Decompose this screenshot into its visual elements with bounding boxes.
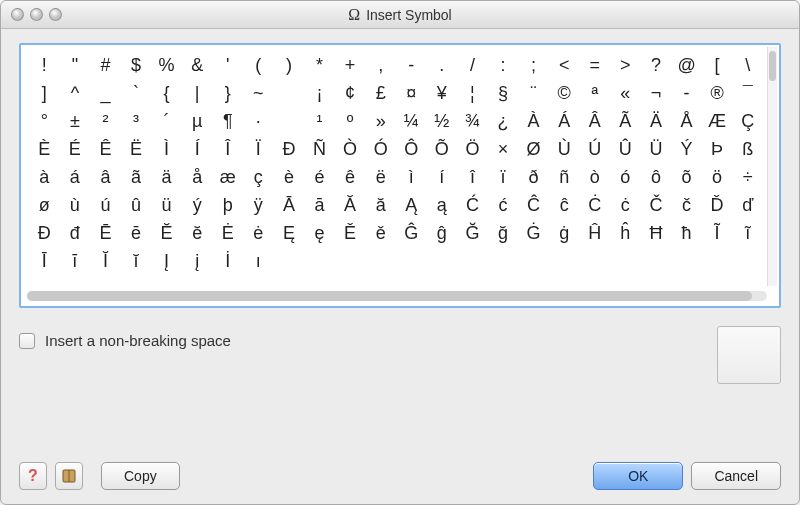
symbol-cell[interactable]: ² xyxy=(90,107,121,135)
symbol-cell[interactable]: Ć xyxy=(457,191,488,219)
symbol-cell[interactable]: # xyxy=(90,51,121,79)
symbol-cell[interactable]: ĩ xyxy=(732,219,763,247)
symbol-cell[interactable]: + xyxy=(335,51,366,79)
symbol-cell[interactable]: & xyxy=(182,51,213,79)
symbol-cell[interactable]: ; xyxy=(518,51,549,79)
symbol-cell[interactable]: [ xyxy=(702,51,733,79)
symbol-cell[interactable]: ³ xyxy=(121,107,152,135)
symbol-cell[interactable]: á xyxy=(60,163,91,191)
zoom-window-button[interactable] xyxy=(49,8,62,21)
symbol-cell[interactable] xyxy=(274,79,305,107)
symbol-cell[interactable]: Ĩ xyxy=(702,219,733,247)
symbol-cell[interactable]: ½ xyxy=(427,107,458,135)
nbsp-option[interactable]: Insert a non-breaking space xyxy=(19,332,707,349)
symbol-cell[interactable]: Û xyxy=(610,135,641,163)
symbol-cell[interactable]: ą xyxy=(427,191,458,219)
symbol-cell[interactable]: Ã xyxy=(610,107,641,135)
symbol-cell[interactable]: ¿ xyxy=(488,107,519,135)
symbol-cell[interactable]: « xyxy=(610,79,641,107)
symbol-cell[interactable]: ë xyxy=(365,163,396,191)
symbol-cell[interactable]: Ċ xyxy=(580,191,611,219)
symbol-cell[interactable]: Ê xyxy=(90,135,121,163)
symbol-cell[interactable]: . xyxy=(427,51,458,79)
symbol-cell[interactable]: ç xyxy=(243,163,274,191)
symbol-cell[interactable]: ã xyxy=(121,163,152,191)
symbol-cell[interactable]: Ò xyxy=(335,135,366,163)
cancel-button[interactable]: Cancel xyxy=(691,462,781,490)
symbol-cell[interactable]: ö xyxy=(702,163,733,191)
symbol-cell[interactable]: * xyxy=(304,51,335,79)
symbol-cell[interactable]: ¾ xyxy=(457,107,488,135)
symbol-cell[interactable]: , xyxy=(365,51,396,79)
symbol-cell[interactable]: Ú xyxy=(580,135,611,163)
symbol-cell[interactable]: - xyxy=(396,51,427,79)
symbol-cell[interactable]: Ï xyxy=(243,135,274,163)
symbol-cell[interactable]: ì xyxy=(396,163,427,191)
symbol-cell[interactable]: ) xyxy=(274,51,305,79)
symbol-cell[interactable]: ® xyxy=(702,79,733,107)
symbol-cell[interactable]: ¨ xyxy=(518,79,549,107)
symbol-cell[interactable]: ě xyxy=(365,219,396,247)
symbol-cell[interactable]: ¶ xyxy=(213,107,244,135)
symbol-cell[interactable]: Ę xyxy=(274,219,305,247)
symbol-cell[interactable]: ú xyxy=(90,191,121,219)
symbol-cell[interactable]: ă xyxy=(365,191,396,219)
symbol-cell[interactable]: ¥ xyxy=(427,79,458,107)
symbol-cell[interactable]: / xyxy=(457,51,488,79)
horizontal-scrollbar[interactable] xyxy=(27,291,767,301)
symbol-cell[interactable]: Ą xyxy=(396,191,427,219)
symbol-cell[interactable]: þ xyxy=(213,191,244,219)
symbol-cell[interactable]: Æ xyxy=(702,107,733,135)
symbol-cell[interactable]: Ğ xyxy=(457,219,488,247)
symbol-cell[interactable]: ð xyxy=(518,163,549,191)
symbol-cell[interactable]: ^ xyxy=(60,79,91,107)
symbol-cell[interactable]: ´ xyxy=(151,107,182,135)
symbol-cell[interactable]: = xyxy=(580,51,611,79)
symbol-cell[interactable]: ñ xyxy=(549,163,580,191)
reference-button[interactable] xyxy=(55,462,83,490)
copy-button[interactable]: Copy xyxy=(101,462,180,490)
close-window-button[interactable] xyxy=(11,8,24,21)
symbol-cell[interactable]: Į xyxy=(151,247,182,275)
symbol-cell[interactable]: ĉ xyxy=(549,191,580,219)
symbol-cell[interactable]: Í xyxy=(182,135,213,163)
symbol-cell[interactable]: Î xyxy=(213,135,244,163)
horizontal-scroll-thumb[interactable] xyxy=(27,291,752,301)
symbol-cell[interactable]: ï xyxy=(488,163,519,191)
ok-button[interactable]: OK xyxy=(593,462,683,490)
symbol-cell[interactable]: \ xyxy=(732,51,763,79)
symbol-cell[interactable]: Ā xyxy=(274,191,305,219)
symbol-cell[interactable]: Ü xyxy=(641,135,672,163)
symbol-cell[interactable]: ° xyxy=(29,107,60,135)
symbol-cell[interactable]: Ě xyxy=(335,219,366,247)
symbol-cell[interactable]: ċ xyxy=(610,191,641,219)
symbol-cell[interactable]: Ĭ xyxy=(90,247,121,275)
symbol-cell[interactable]: ĝ xyxy=(427,219,458,247)
symbol-cell[interactable]: : xyxy=(488,51,519,79)
symbol-cell[interactable]: Ä xyxy=(641,107,672,135)
symbol-cell[interactable] xyxy=(274,107,305,135)
symbol-cell[interactable]: Ĕ xyxy=(151,219,182,247)
symbol-cell[interactable]: Ô xyxy=(396,135,427,163)
symbol-cell[interactable]: < xyxy=(549,51,580,79)
symbol-cell[interactable]: § xyxy=(488,79,519,107)
symbol-cell[interactable]: » xyxy=(365,107,396,135)
symbol-cell[interactable]: À xyxy=(518,107,549,135)
symbol-cell[interactable]: ¼ xyxy=(396,107,427,135)
symbol-cell[interactable]: È xyxy=(29,135,60,163)
symbol-cell[interactable]: ] xyxy=(29,79,60,107)
symbol-cell[interactable]: ĭ xyxy=(121,247,152,275)
symbol-cell[interactable]: Ë xyxy=(121,135,152,163)
symbol-cell[interactable]: Á xyxy=(549,107,580,135)
symbol-cell[interactable]: _ xyxy=(90,79,121,107)
symbol-cell[interactable]: Þ xyxy=(702,135,733,163)
symbol-cell[interactable]: ÷ xyxy=(732,163,763,191)
symbol-cell[interactable]: ė xyxy=(243,219,274,247)
symbol-cell[interactable]: ( xyxy=(243,51,274,79)
symbol-cell[interactable]: í xyxy=(427,163,458,191)
symbol-cell[interactable]: ê xyxy=(335,163,366,191)
symbol-cell[interactable]: × xyxy=(488,135,519,163)
symbol-cell[interactable]: Ĝ xyxy=(396,219,427,247)
symbol-cell[interactable]: Ù xyxy=(549,135,580,163)
symbol-cell[interactable]: } xyxy=(213,79,244,107)
